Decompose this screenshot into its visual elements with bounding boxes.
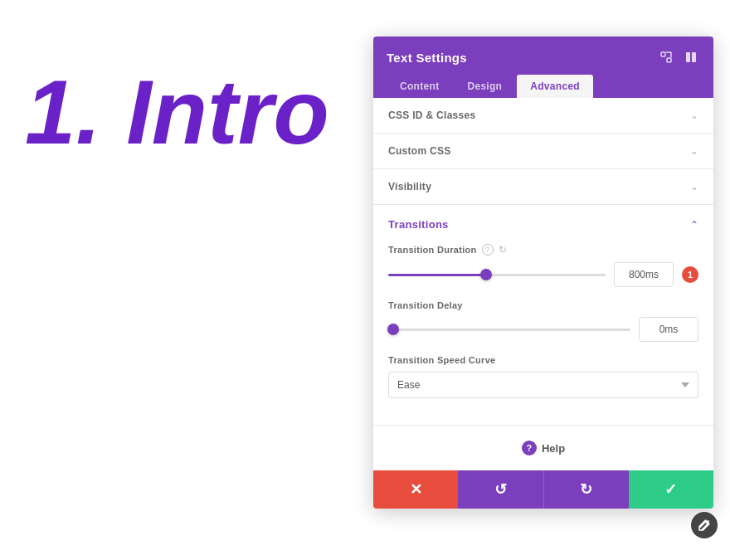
columns-icon[interactable] [682, 48, 700, 66]
section-css-id-classes[interactable]: CSS ID & Classes ⌄ [373, 98, 713, 134]
section-visibility-label: Visibility [388, 181, 431, 192]
svg-rect-4 [686, 52, 690, 62]
text-settings-panel: Text Settings [373, 37, 713, 509]
help-row[interactable]: ? Help [373, 425, 713, 470]
transition-delay-track [388, 329, 630, 331]
help-label: Help [542, 442, 565, 455]
panel-header: Text Settings [373, 37, 713, 98]
cancel-icon: ✕ [410, 480, 422, 499]
bottom-bar: ✕ ↺ ↻ ✓ [373, 470, 713, 509]
help-circle-icon: ? [522, 441, 537, 455]
tab-content[interactable]: Content [387, 75, 452, 98]
section-custom-css[interactable]: Custom CSS ⌄ [373, 134, 713, 169]
transition-duration-slider-row: 1 [388, 262, 698, 287]
transition-duration-label: Transition Duration [388, 245, 477, 255]
cancel-button[interactable]: ✕ [373, 470, 458, 509]
transition-delay-slider-wrap [388, 321, 630, 338]
transition-delay-thumb[interactable] [387, 324, 399, 335]
panel-title-icons [657, 48, 700, 66]
svg-rect-1 [667, 58, 671, 62]
transition-delay-input[interactable] [639, 317, 698, 342]
transition-duration-label-row: Transition Duration ? ↻ [388, 244, 698, 256]
transition-duration-track [388, 274, 606, 276]
panel-title-row: Text Settings [387, 48, 700, 66]
chevron-transitions-icon[interactable]: ⌃ [690, 219, 698, 231]
transition-delay-field: Transition Delay [388, 300, 698, 342]
undo-button[interactable]: ↺ [458, 470, 543, 509]
tab-advanced[interactable]: Advanced [517, 75, 593, 98]
transition-duration-input[interactable] [614, 262, 674, 287]
panel-title: Text Settings [387, 51, 467, 65]
transition-duration-help-icon[interactable]: ? [482, 244, 494, 256]
chevron-css-icon: ⌄ [690, 110, 698, 121]
chevron-visibility-icon: ⌄ [690, 181, 698, 192]
transition-duration-reset-icon[interactable]: ↻ [499, 244, 507, 256]
chevron-custom-css-icon: ⌄ [690, 145, 698, 157]
tabs: Content Design Advanced [387, 75, 700, 98]
transition-delay-label-row: Transition Delay [388, 300, 698, 310]
undo-icon: ↺ [494, 480, 507, 499]
transitions-section: Transitions ⌃ Transition Duration ? ↻ [373, 205, 713, 425]
transition-delay-slider-row [388, 317, 698, 342]
background-text: 1. Intro [25, 66, 329, 158]
transitions-title: Transitions [388, 218, 449, 231]
transition-duration-fill [388, 274, 486, 276]
section-custom-css-label: Custom CSS [388, 145, 451, 157]
save-button[interactable]: ✓ [629, 470, 713, 509]
redo-button[interactable]: ↻ [543, 470, 629, 509]
save-icon: ✓ [664, 480, 677, 499]
transitions-header: Transitions ⌃ [388, 218, 698, 231]
redo-icon: ↻ [580, 480, 592, 499]
expand-icon[interactable] [657, 48, 675, 66]
svg-rect-0 [661, 52, 665, 56]
tab-design[interactable]: Design [454, 75, 515, 98]
transition-duration-thumb[interactable] [480, 269, 492, 280]
transition-duration-badge: 1 [682, 266, 698, 283]
transition-speed-curve-label: Transition Speed Curve [388, 355, 495, 365]
panel-body: CSS ID & Classes ⌄ Custom CSS ⌄ Visibili… [373, 98, 713, 470]
section-visibility[interactable]: Visibility ⌄ [373, 169, 713, 205]
svg-rect-5 [692, 52, 696, 62]
transition-duration-slider-wrap [388, 266, 606, 283]
section-css-id-classes-label: CSS ID & Classes [388, 110, 476, 121]
floating-action-icon[interactable] [691, 512, 718, 538]
transition-speed-curve-label-row: Transition Speed Curve [388, 355, 698, 365]
transition-speed-curve-select[interactable]: Ease Linear Ease In Ease Out Ease In Out [388, 372, 698, 398]
transition-speed-curve-field: Transition Speed Curve Ease Linear Ease … [388, 355, 698, 398]
transition-delay-label: Transition Delay [388, 300, 463, 310]
transition-duration-field: Transition Duration ? ↻ 1 [388, 244, 698, 287]
